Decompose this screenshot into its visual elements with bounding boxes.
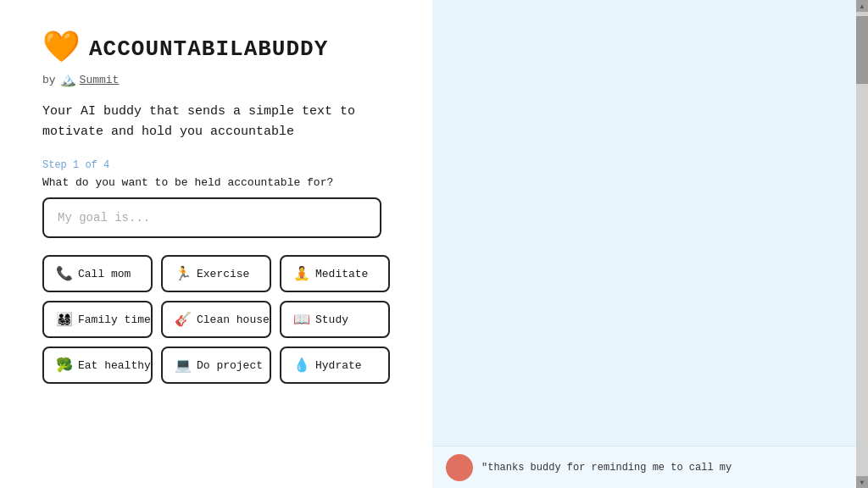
app-title: ACCOUNTABILABUDDY [89, 36, 328, 62]
scrollbar[interactable]: ▲ ▼ [856, 0, 868, 488]
suggestion-btn-do-project[interactable]: 💻Do project [161, 347, 271, 384]
summit-link[interactable]: Summit [80, 74, 120, 86]
suggestion-btn-meditate[interactable]: 🧘Meditate [280, 255, 390, 292]
hydrate-label: Hydrate [315, 359, 362, 372]
by-line: by 🏔️ Summit [42, 71, 390, 88]
suggestion-btn-call-mom[interactable]: 📞Call mom [42, 255, 153, 292]
question-label: What do you want to be held accountable … [42, 176, 390, 189]
testimonial-avatar [446, 454, 473, 481]
step-label: Step 1 of 4 [42, 159, 390, 171]
call-mom-icon: 📞 [56, 265, 73, 282]
call-mom-label: Call mom [78, 268, 131, 280]
by-label: by [42, 74, 56, 86]
scrollbar-down-btn[interactable]: ▼ [856, 476, 868, 488]
clean-house-icon: 🎸 [175, 311, 192, 328]
exercise-label: Exercise [197, 268, 249, 280]
scrollbar-thumb[interactable] [856, 16, 868, 84]
do-project-label: Do project [197, 359, 263, 372]
tagline: Your AI buddy that sends a simple text t… [42, 102, 390, 142]
app-header: 🧡 ACCOUNTABILABUDDY [42, 34, 390, 64]
clean-house-label: Clean house [197, 313, 270, 326]
study-label: Study [315, 313, 348, 326]
suggestion-btn-hydrate[interactable]: 💧Hydrate [280, 347, 390, 384]
exercise-icon: 🏃 [175, 265, 192, 282]
family-time-label: Family time [78, 313, 151, 326]
suggestion-btn-family-time[interactable]: 👨‍👩‍👧‍👦Family time [42, 301, 153, 338]
main-panel: 🧡 ACCOUNTABILABUDDY by 🏔️ Summit Your AI… [0, 0, 432, 488]
suggestion-grid: 📞Call mom🏃Exercise🧘Meditate👨‍👩‍👧‍👦Family… [42, 255, 390, 384]
family-time-icon: 👨‍👩‍👧‍👦 [56, 311, 73, 328]
scrollbar-up-btn[interactable]: ▲ [856, 0, 868, 12]
suggestion-btn-eat-healthy[interactable]: 🥦Eat healthy [42, 347, 153, 384]
testimonial-text: "thanks buddy for reminding me to call m… [481, 462, 732, 474]
do-project-icon: 💻 [175, 357, 192, 374]
eat-healthy-label: Eat healthy [78, 359, 151, 372]
suggestion-btn-clean-house[interactable]: 🎸Clean house [161, 301, 271, 338]
app-logo-emoji: 🧡 [42, 34, 81, 64]
eat-healthy-icon: 🥦 [56, 357, 73, 374]
hydrate-icon: 💧 [293, 357, 310, 374]
meditate-label: Meditate [315, 268, 368, 280]
suggestion-btn-study[interactable]: 📖Study [280, 301, 390, 338]
right-panel: ▲ ▼ "thanks buddy for reminding me to ca… [432, 0, 868, 488]
testimonial-bar: "thanks buddy for reminding me to call m… [432, 446, 856, 488]
summit-emoji: 🏔️ [59, 71, 76, 88]
goal-input[interactable] [42, 197, 381, 238]
study-icon: 📖 [293, 311, 310, 328]
suggestion-btn-exercise[interactable]: 🏃Exercise [161, 255, 271, 292]
meditate-icon: 🧘 [293, 265, 310, 282]
